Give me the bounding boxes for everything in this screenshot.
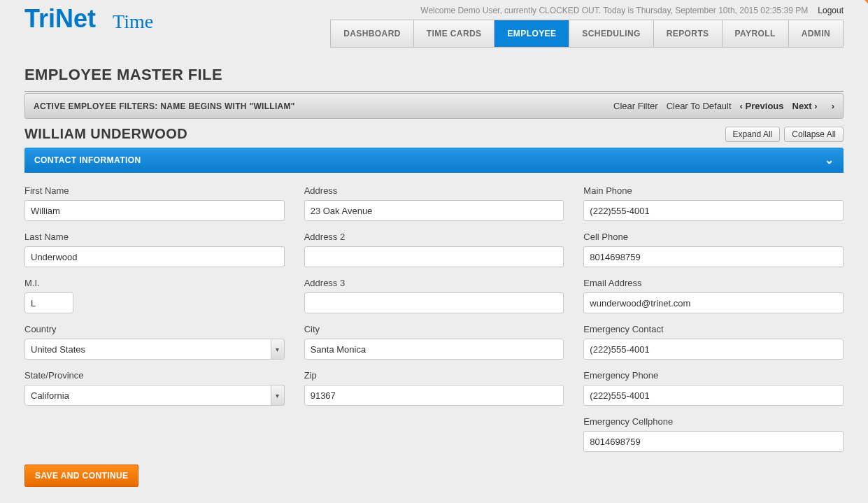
chevron-right-icon: ›	[832, 101, 834, 111]
last-name-label: Last Name	[24, 232, 285, 242]
contact-section-title: CONTACT INFORMATION	[34, 155, 141, 165]
previous-label: Previous	[746, 101, 784, 111]
last-name-input[interactable]	[24, 246, 285, 267]
country-select[interactable]	[24, 339, 285, 360]
emergency-phone-label: Emergency Phone	[583, 370, 844, 381]
chevron-left-icon: ‹	[740, 101, 743, 111]
nav-tab-employee[interactable]: EMPLOYEE	[495, 20, 569, 47]
contact-section-header[interactable]: CONTACT INFORMATION ⌄	[24, 148, 844, 173]
welcome-text: Welcome Demo User, currently CLOCKED OUT…	[420, 6, 808, 15]
nav-tab-admin[interactable]: ADMIN	[789, 20, 843, 47]
clear-default-link[interactable]: Clear To Default	[667, 101, 732, 111]
first-name-label: First Name	[24, 185, 285, 196]
divider	[24, 91, 844, 92]
city-input[interactable]	[304, 339, 564, 360]
employee-name: WILLIAM UNDERWOOD	[24, 126, 187, 142]
city-label: City	[304, 324, 564, 334]
expand-all-button[interactable]: Expand All	[725, 127, 781, 142]
country-label: Country	[24, 324, 285, 334]
main-nav: DASHBOARD TIME CARDS EMPLOYEE SCHEDULING…	[330, 20, 844, 48]
address2-label: Address 2	[304, 232, 564, 242]
clear-filter-link[interactable]: Clear Filter	[613, 101, 658, 111]
address-label: Address	[304, 185, 564, 196]
app-logo: TriNet Time	[24, 4, 153, 34]
address2-input[interactable]	[304, 246, 564, 267]
emergency-cell-label: Emergency Cellphone	[583, 416, 844, 427]
next-page-button[interactable]: ›	[832, 101, 834, 111]
cell-phone-label: Cell Phone	[583, 232, 844, 242]
logo-primary: TriNet	[24, 4, 96, 34]
cell-phone-input[interactable]	[583, 246, 844, 267]
logo-secondary: Time	[113, 10, 153, 33]
logo-burst-icon	[864, 0, 868, 9]
nav-tab-reports[interactable]: REPORTS	[654, 20, 723, 47]
collapse-all-button[interactable]: Collapse All	[784, 127, 844, 142]
state-label: State/Province	[24, 370, 285, 381]
email-label: Email Address	[583, 278, 844, 288]
filter-label: ACTIVE EMPLOYEE FILTERS: NAME BEGINS WIT…	[34, 101, 295, 111]
address-input[interactable]	[304, 200, 564, 221]
address3-input[interactable]	[304, 292, 564, 313]
nav-tab-dashboard[interactable]: DASHBOARD	[331, 20, 414, 47]
emergency-contact-label: Emergency Contact	[583, 324, 844, 334]
contact-form: First Name Last Name M.I. Country ▾ Stat…	[24, 185, 844, 452]
chevron-right-icon: ›	[814, 101, 817, 111]
main-phone-label: Main Phone	[583, 185, 844, 196]
emergency-cell-input[interactable]	[583, 431, 844, 452]
nav-tab-timecards[interactable]: TIME CARDS	[414, 20, 495, 47]
next-label: Next	[792, 101, 812, 111]
save-and-continue-button[interactable]: SAVE AND CONTINUE	[24, 465, 138, 487]
previous-link[interactable]: ‹ Previous	[740, 101, 784, 111]
emergency-contact-input[interactable]	[583, 339, 844, 360]
filter-bar: ACTIVE EMPLOYEE FILTERS: NAME BEGINS WIT…	[24, 93, 844, 119]
chevron-down-icon: ⌄	[825, 155, 834, 166]
zip-input[interactable]	[304, 385, 564, 406]
svg-marker-0	[864, 0, 868, 7]
next-link[interactable]: Next ›	[792, 101, 818, 111]
mi-label: M.I.	[24, 278, 285, 288]
emergency-phone-input[interactable]	[583, 385, 844, 406]
mi-input[interactable]	[24, 292, 73, 313]
nav-tab-payroll[interactable]: PAYROLL	[723, 20, 789, 47]
zip-label: Zip	[304, 370, 564, 381]
main-phone-input[interactable]	[583, 200, 844, 221]
logout-link[interactable]: Logout	[818, 6, 844, 15]
email-input[interactable]	[583, 292, 844, 313]
state-select[interactable]	[24, 385, 285, 406]
page-title: EMPLOYEE MASTER FILE	[24, 66, 844, 84]
address3-label: Address 3	[304, 278, 564, 288]
nav-tab-scheduling[interactable]: SCHEDULING	[569, 20, 653, 47]
first-name-input[interactable]	[24, 200, 285, 221]
